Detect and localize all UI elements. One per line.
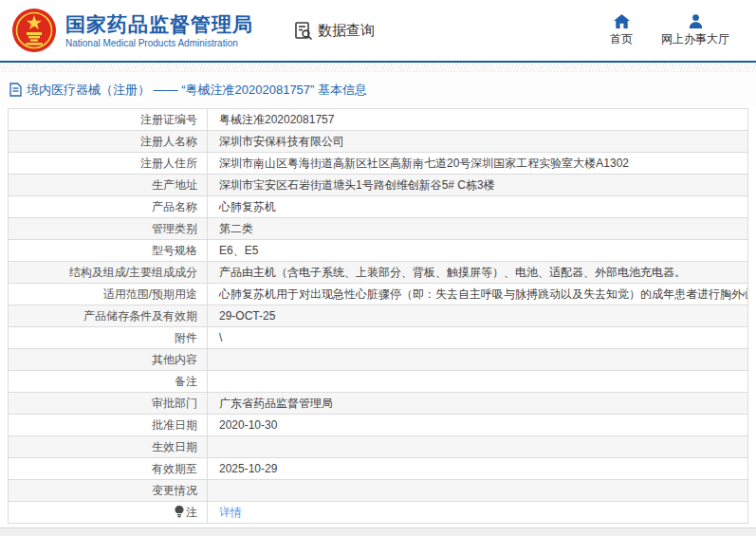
header-nav: 首页 网上办事大厅 xyxy=(610,14,745,47)
footer-strip xyxy=(0,527,756,536)
table-row: 其他内容 xyxy=(9,349,748,371)
table-row: 生效日期 xyxy=(9,436,748,458)
page-title: 境内医疗器械（注册） —— “粤械注准20202081757” 基本信息 xyxy=(27,82,367,99)
table-row: 注详情 xyxy=(9,502,748,524)
row-value: 产品由主机（含电子系统、上装部分、背板、触摸屏等）、电池、适配器、外部电池充电器… xyxy=(208,262,748,284)
person-icon xyxy=(689,14,703,28)
row-value: 第二类 xyxy=(208,218,748,240)
table-row: 结构及组成/主要组成成分产品由主机（含电子系统、上装部分、背板、触摸屏等）、电池… xyxy=(9,262,748,284)
table-row: 备注 xyxy=(9,371,748,393)
detail-link[interactable]: 详情 xyxy=(219,506,242,519)
info-table-body: 注册证编号粤械注准20202081757注册人名称深圳市安保科技有限公司注册人住… xyxy=(9,109,748,524)
row-value: 广东省药品监督管理局 xyxy=(208,393,748,415)
table-row: 适用范围/预期用途心肺复苏机用于对出现急性心脏骤停（即：失去自主呼吸与脉搏跳动以… xyxy=(9,284,748,305)
brand: 国家药品监督管理局 National Medical Products Admi… xyxy=(65,13,253,48)
row-label: 生效日期 xyxy=(9,436,208,458)
nav-home-label: 首页 xyxy=(610,31,633,47)
row-value: 2020-10-30 xyxy=(208,415,748,436)
table-row: 注册证编号粤械注准20202081757 xyxy=(9,109,748,131)
table-row: 有效期至2025-10-29 xyxy=(9,458,748,480)
row-value: \ xyxy=(208,327,748,349)
national-emblem-logo xyxy=(11,8,57,53)
table-row: 批准日期2020-10-30 xyxy=(9,415,748,436)
row-label: 备注 xyxy=(9,371,208,393)
table-row: 审批部门广东省药品监督管理局 xyxy=(9,393,748,415)
row-label: 适用范围/预期用途 xyxy=(9,284,208,305)
table-row: 附件\ xyxy=(9,327,748,349)
row-value xyxy=(208,436,748,458)
row-label: 注 xyxy=(9,502,208,524)
home-icon xyxy=(614,14,630,28)
row-value xyxy=(208,371,748,393)
table-row: 注册人住所深圳市南山区粤海街道高新区社区高新南七道20号深圳国家工程实验室大楼A… xyxy=(9,153,748,175)
row-label: 审批部门 xyxy=(9,393,208,415)
nav-item-home[interactable]: 首页 xyxy=(610,14,633,47)
table-row: 型号规格E6、E5 xyxy=(9,240,748,262)
row-label: 型号规格 xyxy=(9,240,208,262)
row-label: 生产地址 xyxy=(9,175,208,196)
row-value: 2025-10-29 xyxy=(208,458,748,480)
row-label: 注册人住所 xyxy=(9,153,208,175)
row-label: 附件 xyxy=(9,327,208,349)
row-value: 深圳市安保科技有限公司 xyxy=(208,131,748,153)
row-label: 有效期至 xyxy=(9,458,208,480)
site-subtitle: National Medical Products Administration xyxy=(65,38,253,48)
registration-info-table: 注册证编号粤械注准20202081757注册人名称深圳市安保科技有限公司注册人住… xyxy=(8,108,748,524)
row-label: 管理类别 xyxy=(9,218,208,240)
bulb-icon xyxy=(175,506,184,518)
row-value: 29-OCT-25 xyxy=(208,305,748,327)
document-search-icon xyxy=(293,20,314,41)
row-label: 注册人名称 xyxy=(9,131,208,153)
row-label: 产品储存条件及有效期 xyxy=(9,305,208,327)
document-icon xyxy=(9,83,22,97)
site-title: 国家药品监督管理局 xyxy=(65,13,253,36)
row-label: 变更情况 xyxy=(9,480,208,502)
table-row: 产品名称心肺复苏机 xyxy=(9,196,748,218)
row-value: 心肺复苏机用于对出现急性心脏骤停（即：失去自主呼吸与脉搏跳动以及失去知觉）的成年… xyxy=(208,284,748,305)
table-row: 管理类别第二类 xyxy=(9,218,748,240)
row-label: 注册证编号 xyxy=(9,109,208,131)
table-row: 注册人名称深圳市安保科技有限公司 xyxy=(9,131,748,153)
table-row: 产品储存条件及有效期29-OCT-25 xyxy=(9,305,748,327)
row-value: 心肺复苏机 xyxy=(208,196,748,218)
row-value: 详情 xyxy=(208,502,748,524)
row-value: 粤械注准20202081757 xyxy=(208,109,748,131)
row-label: 结构及组成/主要组成成分 xyxy=(9,262,208,284)
nav-hall-label: 网上办事大厅 xyxy=(661,31,729,47)
row-value: 深圳市南山区粤海街道高新区社区高新南七道20号深圳国家工程实验室大楼A1302 xyxy=(208,153,748,175)
row-label: 产品名称 xyxy=(9,196,208,218)
row-value xyxy=(208,349,748,371)
data-query-tab[interactable]: 数据查询 xyxy=(293,20,375,41)
table-row: 生产地址深圳市宝安区石岩街道塘头1号路创维创新谷5# C栋3楼 xyxy=(9,175,748,196)
row-label: 其他内容 xyxy=(9,349,208,371)
row-value: 深圳市宝安区石岩街道塘头1号路创维创新谷5# C栋3楼 xyxy=(208,175,748,196)
data-query-label: 数据查询 xyxy=(318,22,375,40)
row-value xyxy=(208,480,748,502)
breadcrumb: 境内医疗器械（注册） —— “粤械注准20202081757” 基本信息 xyxy=(0,72,756,107)
header: 国家药品监督管理局 National Medical Products Admi… xyxy=(0,0,756,63)
row-value: E6、E5 xyxy=(208,240,748,262)
table-row: 变更情况 xyxy=(9,480,748,502)
row-label: 批准日期 xyxy=(9,415,208,436)
nav-item-online-hall[interactable]: 网上办事大厅 xyxy=(661,14,729,47)
hatched-divider xyxy=(0,63,756,72)
